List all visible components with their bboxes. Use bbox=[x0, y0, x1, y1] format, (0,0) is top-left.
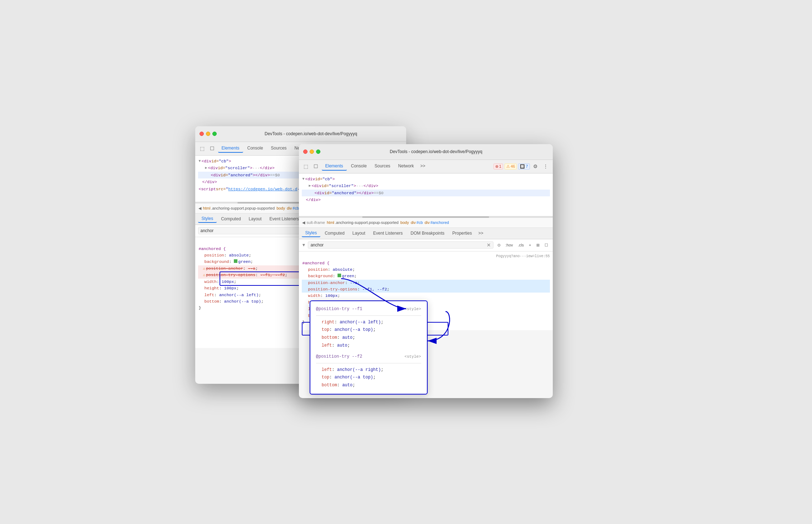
toolbar-tabs-front: Elements Console Sources Network >> bbox=[322, 162, 492, 171]
main-toolbar-front: ⬚ ☐ Elements Console Sources Network >> … bbox=[299, 160, 553, 173]
subtab-styles-front[interactable]: Styles bbox=[302, 229, 321, 237]
inspect-icon[interactable]: ⬚ bbox=[198, 144, 207, 153]
inspect-icon-front[interactable]: ⬚ bbox=[302, 162, 310, 171]
style-link-1[interactable]: <style> bbox=[404, 306, 421, 313]
tab-sources-back[interactable]: Sources bbox=[267, 144, 290, 153]
maximize-button-front[interactable] bbox=[316, 150, 320, 154]
error-icon: ⊗ bbox=[495, 164, 498, 169]
subtab-eventlisteners-front[interactable]: Event Listeners bbox=[370, 230, 407, 237]
tooltip-prop-left1: left: auto; bbox=[322, 342, 421, 350]
css-prop-anchor-front: position-anchor : --a ; bbox=[302, 280, 550, 286]
tooltip-prop-top2: top: anchor(--a top); bbox=[322, 374, 421, 382]
css-prop-try-options-front: position-try-options : --f1, --f2 ; bbox=[302, 286, 550, 293]
subtab-computed-back[interactable]: Computed bbox=[217, 215, 244, 222]
tab-sources-front[interactable]: Sources bbox=[371, 162, 394, 171]
dom-line-cb-front[interactable]: ▼ <div id="cb"> bbox=[302, 176, 550, 183]
window-title-front: DevTools - codepen.io/web-dot-dev/live/P… bbox=[324, 149, 548, 154]
subtab-more-front[interactable]: >> bbox=[476, 229, 486, 237]
tab-elements-front[interactable]: Elements bbox=[322, 162, 347, 171]
subtab-computed-front[interactable]: Computed bbox=[321, 230, 348, 237]
traffic-lights-front bbox=[303, 150, 320, 154]
subtab-eventlisteners-back[interactable]: Event Listeners bbox=[266, 215, 303, 222]
window-title-back: DevTools - codepen.io/web-dot-dev/live/P… bbox=[220, 131, 402, 136]
badge-warning: ⚠ 46 bbox=[505, 163, 517, 170]
search-clear-front[interactable]: ✕ bbox=[487, 243, 491, 248]
dom-line-divclose-front[interactable]: </div> bbox=[302, 196, 550, 204]
search-input-front[interactable] bbox=[310, 243, 485, 248]
breadcrumb-front: ◀ sult-iframe html.anchoring-support.pop… bbox=[299, 218, 553, 228]
tab-console-back[interactable]: Console bbox=[244, 144, 267, 153]
maximize-button-back[interactable] bbox=[212, 132, 217, 136]
subtab-dombreakpoints-front[interactable]: DOM Breakpoints bbox=[407, 230, 448, 237]
screenshot-container: DevTools - codepen.io/web-dot-dev/live/P… bbox=[195, 126, 617, 398]
warning-icon: ⚠ bbox=[506, 164, 510, 169]
device-icon-front[interactable]: ☐ bbox=[312, 162, 320, 171]
position-try-tooltip: @position-try --f1 <style> right: anchor… bbox=[310, 300, 428, 394]
filter-icon-front: ▼ bbox=[302, 243, 306, 248]
settings-icon[interactable]: ⚙ bbox=[531, 162, 540, 171]
tooltip-prop-bottom1: bottom: auto; bbox=[322, 334, 421, 342]
tooltip-prop-left2: left: anchor(--a right); bbox=[322, 366, 421, 374]
tooltip-prop-top1: top: anchor(--a top); bbox=[322, 326, 421, 334]
menu-icon[interactable]: ⋮ bbox=[541, 162, 550, 171]
search-add-front[interactable]: + bbox=[527, 242, 533, 249]
search-hov-front[interactable]: :hov bbox=[504, 242, 515, 249]
title-bar-back: DevTools - codepen.io/web-dot-dev/live/P… bbox=[195, 126, 406, 142]
style-link-2[interactable]: <style> bbox=[404, 353, 421, 361]
css-selector-front: #anchored { bbox=[302, 260, 550, 266]
warning-count: 46 bbox=[511, 164, 515, 168]
at-rule-f1: @position-try --f1 bbox=[316, 305, 363, 313]
title-bar-front: DevTools - codepen.io/web-dot-dev/live/P… bbox=[299, 144, 553, 160]
tooltip-prop-bottom2: bottom: auto; bbox=[322, 382, 421, 390]
scroll-indicator-front bbox=[299, 216, 553, 218]
search-refresh-front[interactable]: ⊞ bbox=[535, 242, 541, 249]
at-rule-f2: @position-try --f2 bbox=[316, 353, 363, 361]
tab-console-front[interactable]: Console bbox=[348, 162, 370, 171]
toolbar-more-front[interactable]: >> bbox=[418, 162, 428, 171]
tooltip-prop-right: right: anchor(--a left); bbox=[322, 319, 421, 327]
search-input-wrapper-front: ✕ bbox=[308, 241, 493, 249]
css-prop-background-front: background : green ; bbox=[302, 273, 550, 279]
badge-error: ⊗ 1 bbox=[493, 163, 503, 170]
search-tools-front: ⊙ :hov .cls + ⊞ ☐ bbox=[496, 242, 550, 249]
error-badges-front: ⊗ 1 ⚠ 46 🔲 7 ⚙ ⋮ bbox=[493, 162, 550, 171]
minimize-button-back[interactable] bbox=[206, 132, 210, 136]
subtab-properties-front[interactable]: Properties bbox=[449, 230, 476, 237]
search-cls-front[interactable]: .cls bbox=[516, 242, 526, 249]
search-tool-icon-front[interactable]: ⊙ bbox=[496, 242, 502, 249]
search-bar-front: ▼ ✕ ⊙ :hov .cls + ⊞ ☐ bbox=[299, 239, 553, 251]
subtab-layout-front[interactable]: Layout bbox=[349, 230, 369, 237]
subtab-layout-back[interactable]: Layout bbox=[245, 215, 265, 222]
search-layout-front[interactable]: ☐ bbox=[543, 242, 550, 249]
traffic-lights-back bbox=[200, 132, 217, 136]
css-prop-width-front: width : 100px ; bbox=[302, 293, 550, 299]
tab-network-front[interactable]: Network bbox=[395, 162, 418, 171]
info-count: 7 bbox=[526, 164, 528, 168]
device-icon[interactable]: ☐ bbox=[208, 144, 217, 153]
close-button-front[interactable] bbox=[303, 150, 307, 154]
info-icon: 🔲 bbox=[520, 164, 525, 169]
subtab-styles-back[interactable]: Styles bbox=[198, 215, 217, 223]
dom-line-scroller-front[interactable]: ▶ <div id="scroller"> ··· </div> bbox=[302, 182, 550, 190]
minimize-button-front[interactable] bbox=[310, 150, 314, 154]
close-button-back[interactable] bbox=[200, 132, 204, 136]
tab-elements-back[interactable]: Elements bbox=[218, 144, 243, 153]
sub-toolbar-front: Styles Computed Layout Event Listeners D… bbox=[299, 228, 553, 239]
dom-line-anchored-front[interactable]: <div id="anchored"></div> == $0 bbox=[302, 190, 550, 197]
error-count: 1 bbox=[499, 164, 501, 168]
dom-tree-front: ▼ <div id="cb"> ▶ <div id="scroller"> ··… bbox=[299, 173, 553, 216]
css-prop-position-front: position : absolute ; bbox=[302, 266, 550, 273]
devtools-window-front: DevTools - codepen.io/web-dot-dev/live/P… bbox=[299, 144, 553, 398]
source-link-front: Pogyyyq?ano···iew=live:55 bbox=[302, 254, 550, 259]
badge-info: 🔲 7 bbox=[518, 163, 530, 170]
